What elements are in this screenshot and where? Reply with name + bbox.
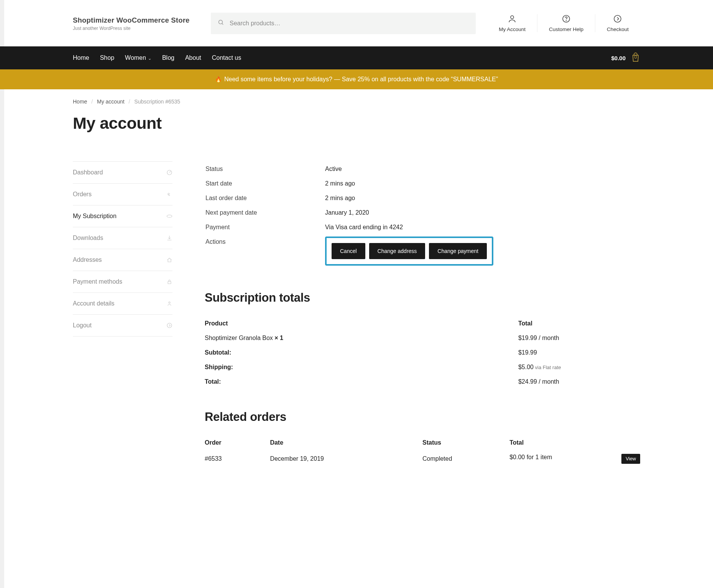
col-order: Order [205, 435, 270, 450]
subscription-totals-table: Product Total Shoptimizer Granola Box × … [205, 316, 640, 389]
search-icon [218, 19, 230, 27]
nav-blog[interactable]: Blog [162, 54, 174, 61]
label-actions: Actions [205, 235, 324, 269]
chevron-down-icon: ⌄ [148, 56, 151, 61]
site-title[interactable]: Shoptimizer WooCommerce Store [73, 16, 199, 25]
download-icon [166, 235, 172, 241]
crumb-account[interactable]: My account [97, 99, 125, 105]
primary-nav: Home Shop Women⌄ Blog About Contact us $… [0, 46, 713, 69]
checkout-icon [613, 18, 622, 25]
orders-icon [166, 191, 172, 197]
cancel-button[interactable]: Cancel [332, 243, 365, 259]
nav-contact[interactable]: Contact us [212, 54, 241, 61]
svg-point-2 [511, 16, 514, 19]
order-id[interactable]: #6533 [205, 450, 270, 468]
sidebar-item-orders[interactable]: Orders [73, 184, 172, 205]
my-account-link[interactable]: My Account [499, 26, 526, 32]
subscription-details: Status Active Start date 2 mins ago Last… [205, 161, 640, 270]
value-start: 2 mins ago [325, 177, 639, 191]
value-next-payment: January 1, 2020 [325, 206, 639, 220]
product-cell: Shoptimizer Granola Box × 1 [205, 331, 518, 345]
checkout-link[interactable]: Checkout [607, 26, 629, 32]
sidebar-item-subscription[interactable]: My Subscription [73, 205, 172, 227]
sidebar-item-label: Downloads [73, 235, 103, 241]
related-orders-heading: Related orders [205, 410, 640, 424]
nav-home[interactable]: Home [73, 54, 89, 61]
view-order-button[interactable]: View [621, 454, 640, 464]
svg-point-5 [614, 15, 621, 22]
svg-line-1 [222, 23, 223, 25]
sidebar-item-dashboard[interactable]: Dashboard [73, 162, 172, 184]
sidebar-item-account-details[interactable]: Account details [73, 293, 172, 315]
gauge-icon [166, 169, 172, 176]
total-label: Total: [205, 374, 518, 389]
sidebar-item-payment-methods[interactable]: Payment methods [73, 271, 172, 293]
crumb-home[interactable]: Home [73, 99, 87, 105]
cart-total[interactable]: $0.00 [611, 55, 626, 61]
user-icon [508, 18, 517, 25]
fire-icon [215, 76, 224, 82]
home-icon [166, 257, 172, 263]
site-branding: Shoptimizer WooCommerce Store Just anoth… [73, 0, 199, 46]
subscription-actions: Cancel Change address Change payment [325, 237, 493, 266]
logout-icon [166, 322, 172, 328]
help-icon [562, 18, 571, 25]
change-payment-button[interactable]: Change payment [429, 243, 487, 259]
svg-point-4 [566, 21, 566, 21]
subtotal-value: $19.99 [518, 345, 640, 360]
sidebar-item-label: Orders [73, 191, 92, 198]
col-product: Product [205, 316, 518, 331]
crumb-current: Subscription #6535 [134, 99, 180, 105]
shipping-value: $5.00 via Flat rate [518, 360, 640, 374]
promo-text: Need some items before your holidays? — … [224, 76, 498, 82]
promo-bar: Need some items before your holidays? — … [0, 69, 713, 89]
col-date: Date [270, 435, 422, 450]
sidebar-item-label: Dashboard [73, 169, 103, 176]
change-address-button[interactable]: Change address [369, 243, 426, 259]
sidebar-item-label: Addresses [73, 256, 102, 263]
total-value: $24.99 / month [518, 374, 640, 389]
order-total: $0.00 for 1 item [509, 454, 552, 460]
user-icon [166, 301, 172, 307]
sidebar-item-label: Account details [73, 300, 115, 307]
nav-about[interactable]: About [185, 54, 201, 61]
svg-point-7 [167, 215, 172, 218]
search-form[interactable] [211, 13, 476, 34]
lock-icon [166, 279, 172, 285]
cart-icon[interactable]: 0 [631, 52, 640, 64]
customer-help-link[interactable]: Customer Help [549, 26, 583, 32]
label-start: Start date [205, 177, 324, 191]
sidebar-item-downloads[interactable]: Downloads [73, 227, 172, 249]
cart-count: 0 [631, 54, 640, 60]
site-tagline: Just another WordPress site [73, 26, 199, 31]
sidebar-item-label: My Subscription [73, 213, 117, 220]
account-nav: Dashboard Orders My Subscription Downloa… [73, 161, 172, 337]
order-status: Completed [422, 450, 509, 468]
label-next-payment: Next payment date [205, 206, 324, 220]
value-status: Active [325, 162, 639, 176]
order-row: #6533 December 19, 2019 Completed $0.00 … [205, 450, 640, 468]
nav-women[interactable]: Women⌄ [125, 54, 151, 61]
loop-icon [166, 213, 172, 219]
related-orders-table: Order Date Status Total #6533 December 1… [205, 435, 640, 468]
page-title: My account [73, 114, 640, 133]
value-last-order: 2 mins ago [325, 191, 639, 205]
svg-point-10 [167, 323, 172, 328]
subtotal-label: Subtotal: [205, 345, 518, 360]
svg-rect-8 [168, 281, 171, 284]
sidebar-item-addresses[interactable]: Addresses [73, 249, 172, 271]
subscription-totals-heading: Subscription totals [205, 291, 640, 305]
search-input[interactable] [230, 20, 469, 27]
sidebar-item-logout[interactable]: Logout [73, 315, 172, 337]
product-price: $19.99 / month [518, 331, 640, 345]
col-ototal: Total [509, 435, 640, 450]
svg-point-9 [169, 302, 170, 303]
order-date: December 19, 2019 [270, 450, 422, 468]
nav-shop[interactable]: Shop [100, 54, 114, 61]
col-total: Total [518, 316, 640, 331]
label-status: Status [205, 162, 324, 176]
svg-point-0 [219, 20, 222, 24]
sidebar-item-label: Logout [73, 322, 92, 329]
order-total-cell: $0.00 for 1 item View [509, 450, 640, 468]
sidebar-item-label: Payment methods [73, 278, 122, 285]
